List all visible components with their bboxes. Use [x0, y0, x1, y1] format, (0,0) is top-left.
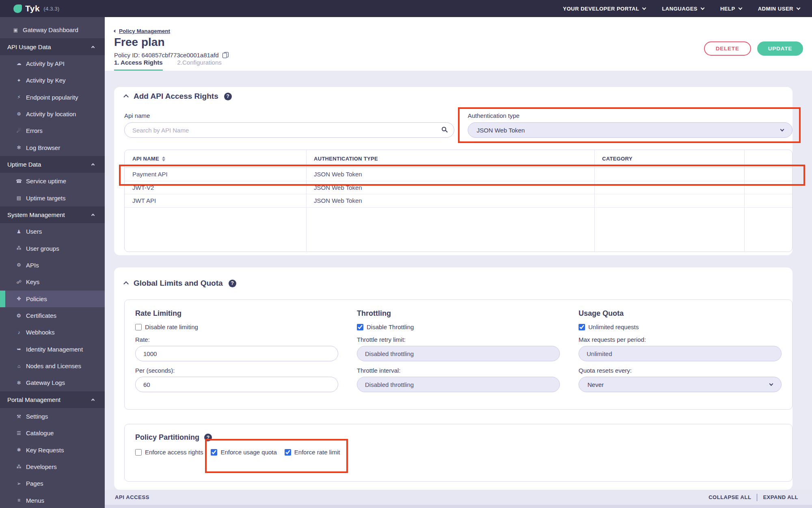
disable-rate-limiting-checkbox[interactable]: Disable rate limiting [135, 323, 338, 330]
update-button[interactable]: UPDATE [757, 41, 803, 56]
table-cell [744, 168, 792, 181]
sidebar-item-pages[interactable]: ➢Pages [0, 475, 105, 492]
menu-icon: ≡ [15, 497, 22, 503]
throttle-retry-input [357, 346, 560, 361]
table-cell: JWT-V2 [125, 181, 306, 194]
per-seconds-input[interactable] [135, 377, 338, 392]
checkbox-label: Disable Throttling [367, 323, 414, 330]
help-icon[interactable]: ? [204, 434, 212, 441]
help-icon[interactable]: ? [229, 280, 236, 287]
checkbox-input[interactable] [357, 324, 363, 330]
badge-icon: ✤ [15, 296, 22, 302]
sidebar-item-gateway-dashboard[interactable]: ▣Gateway Dashboard [0, 22, 105, 38]
page-bottom-strip [105, 505, 812, 508]
sidebar-item-certificates[interactable]: ❂Certificates [0, 307, 105, 324]
sidebar-item-label: Uptime targets [26, 195, 66, 202]
section-heading: Add API Access Rights [134, 92, 218, 101]
key-icon: ✦ [15, 78, 22, 83]
copy-icon[interactable] [222, 52, 228, 58]
quota-resets-select[interactable]: Never [579, 377, 782, 392]
sidebar-item-users[interactable]: ♟Users [0, 223, 105, 240]
checkbox-enforce-usage-quota[interactable]: Enforce usage quota [211, 449, 276, 456]
policy-partitioning-header: Policy Partitioning ? [135, 433, 792, 442]
collapse-all-button[interactable]: COLLAPSE ALL [708, 494, 751, 500]
api-search [124, 122, 454, 138]
collapse-chevron-icon[interactable] [123, 281, 129, 287]
bank-icon: ⌂ [15, 363, 22, 369]
sidebar-section-system-management[interactable]: System Management [0, 206, 105, 223]
table-row-jwt-v2[interactable]: JWT-V2JSON Web Token [125, 181, 792, 195]
disable-throttling-checkbox[interactable]: Disable Throttling [357, 323, 560, 330]
sidebar-item-user-groups[interactable]: ⁂User groups [0, 240, 105, 256]
sidebar-item-developers[interactable]: ⁂Developers [0, 458, 105, 475]
column-divider [306, 150, 307, 252]
rate-limiting-title: Rate Limiting [135, 309, 338, 318]
sidebar-item-endpoint-popularity[interactable]: ⚡Endpoint popularity [0, 89, 105, 105]
header-menu-languages[interactable]: LANGUAGES [662, 6, 704, 12]
sidebar-item-policies[interactable]: ✤Policies [0, 291, 105, 307]
delete-button[interactable]: DELETE [704, 41, 751, 56]
max-requests-input [579, 346, 782, 361]
api-access-section-label[interactable]: API ACCESS [115, 494, 149, 500]
collapse-chevron-icon[interactable] [123, 94, 129, 100]
sidebar-item-nodes-and-licenses[interactable]: ⌂Nodes and Licenses [0, 358, 105, 374]
header-menu-your-developer-portal[interactable]: YOUR DEVELOPER PORTAL [563, 6, 646, 12]
header-menu-admin-user[interactable]: ADMIN USER [758, 6, 800, 12]
sidebar-item-label: Errors [26, 127, 43, 134]
unlimited-requests-checkbox[interactable]: Unlimited requests [579, 323, 782, 330]
sidebar-item-webhooks[interactable]: ♪Webhooks [0, 324, 105, 341]
version-label: (4.3.3) [43, 6, 59, 12]
checkbox-enforce-rate-limit[interactable]: Enforce rate limit [285, 449, 340, 456]
checkbox-enforce-access-rights[interactable]: Enforce access rights [135, 449, 203, 456]
header-menu-help[interactable]: HELP [720, 6, 742, 12]
rate-input[interactable] [135, 346, 338, 361]
checkbox-input[interactable] [211, 449, 217, 456]
sidebar-item-keys[interactable]: ☍Keys [0, 274, 105, 290]
sidebar-item-label: Activity by Key [26, 77, 66, 84]
tab-access-rights[interactable]: 1. Access Rights [114, 59, 163, 71]
sort-icon[interactable] [162, 156, 165, 161]
sidebar-item-label: User groups [26, 245, 59, 252]
tab-configurations[interactable]: 2.Configurations [177, 59, 222, 71]
sidebar-item-label: Certificates [26, 312, 56, 319]
table-row-payment-api[interactable]: Payment APIJSON Web Token [125, 168, 792, 181]
identity-icon: ➥ [15, 346, 22, 352]
sidebar-section-api-usage-data[interactable]: API Usage Data [0, 38, 105, 55]
auth-type-select[interactable]: JSON Web Token [468, 122, 793, 138]
sidebar-item-apis[interactable]: ⚙APIs [0, 257, 105, 274]
sidebar-item-activity-by-location[interactable]: ⊕Activity by location [0, 106, 105, 122]
sidebar-item-menus[interactable]: ≡Menus [0, 492, 105, 508]
sidebar-item-activity-by-key[interactable]: ✦Activity by Key [0, 72, 105, 89]
sidebar-section-uptime-data[interactable]: Uptime Data [0, 156, 105, 173]
checkbox-input[interactable] [135, 324, 142, 330]
sidebar-item-key-requests[interactable]: ❃Key Requests [0, 442, 105, 458]
table-cell: JSON Web Token [306, 194, 594, 207]
page-title: Free plan [114, 36, 164, 49]
sidebar-item-gateway-logs[interactable]: ✻Gateway Logs [0, 374, 105, 391]
expand-all-button[interactable]: EXPAND ALL [763, 494, 798, 500]
sidebar-item-activity-by-api[interactable]: ☁Activity by API [0, 55, 105, 72]
checkbox-input[interactable] [135, 449, 142, 456]
sidebar-item-service-uptime[interactable]: ☎Service uptime [0, 173, 105, 189]
section-header: Global Limits and Quota ? [124, 279, 236, 288]
api-search-input[interactable] [124, 122, 454, 138]
search-icon[interactable] [442, 127, 446, 131]
table-row-jwt-api[interactable]: JWT APIJSON Web Token [125, 194, 792, 208]
sidebar-item-errors[interactable]: ☄Errors [0, 122, 105, 139]
column-header-api-name[interactable]: API NAME [125, 150, 306, 167]
quota-resets-value: Never [587, 381, 604, 388]
checkbox-input[interactable] [579, 324, 585, 330]
help-icon[interactable]: ? [224, 93, 232, 100]
breadcrumb[interactable]: Policy Management [114, 28, 170, 34]
sidebar-item-identity-management[interactable]: ➥Identity Management [0, 341, 105, 358]
sidebar-item-log-browser[interactable]: ✻Log Browser [0, 139, 105, 156]
sidebar-item-catalogue[interactable]: ☰Catalogue [0, 425, 105, 441]
checkbox-input[interactable] [285, 449, 291, 456]
bug-icon: ✻ [15, 380, 22, 386]
breadcrumb-label: Policy Management [119, 28, 170, 34]
sidebar-section-portal-management[interactable]: Portal Management [0, 391, 105, 408]
certificate-icon: ❂ [15, 313, 22, 319]
sidebar-item-settings[interactable]: ⚒Settings [0, 408, 105, 425]
sidebar-item-uptime-targets[interactable]: ▤Uptime targets [0, 189, 105, 206]
usage-quota-column: Usage Quota Unlimited requests Max reque… [579, 300, 782, 409]
